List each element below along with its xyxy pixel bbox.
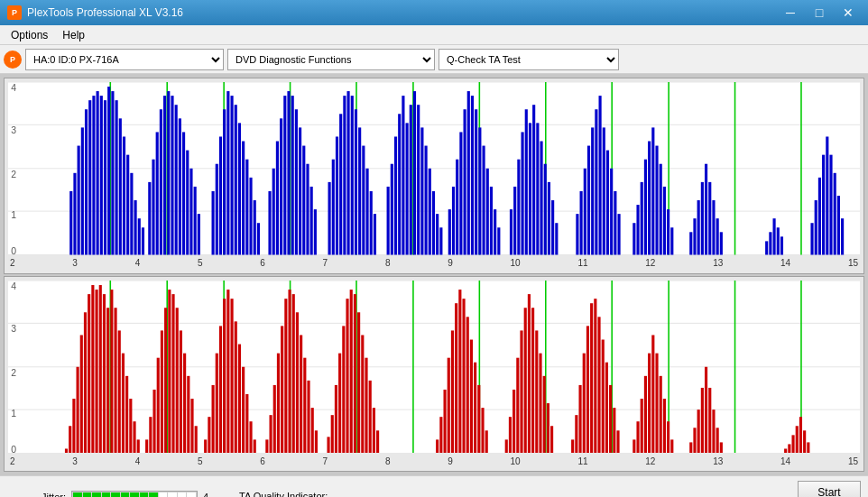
svg-rect-329 bbox=[663, 399, 666, 453]
svg-rect-115 bbox=[467, 91, 470, 254]
svg-rect-221 bbox=[125, 375, 128, 453]
svg-rect-229 bbox=[161, 330, 163, 453]
drive-select[interactable]: HA:0 ID:0 PX-716A bbox=[25, 49, 224, 70]
jitter-seg-2 bbox=[83, 492, 92, 497]
svg-rect-59 bbox=[223, 109, 226, 254]
metrics-section: Jitter: 4 Peak Shift: bbox=[7, 491, 221, 497]
svg-rect-257 bbox=[281, 326, 283, 453]
menu-help[interactable]: Help bbox=[55, 27, 92, 43]
svg-rect-309 bbox=[575, 415, 577, 453]
svg-rect-270 bbox=[338, 353, 341, 453]
svg-rect-207 bbox=[72, 399, 75, 453]
svg-rect-300 bbox=[524, 308, 527, 453]
svg-rect-136 bbox=[555, 223, 558, 254]
svg-rect-75 bbox=[291, 96, 294, 254]
svg-rect-143 bbox=[599, 96, 602, 254]
svg-rect-310 bbox=[578, 384, 581, 453]
svg-rect-209 bbox=[80, 335, 83, 453]
svg-rect-279 bbox=[373, 408, 375, 453]
svg-rect-293 bbox=[481, 408, 484, 453]
svg-rect-114 bbox=[464, 109, 466, 254]
svg-rect-142 bbox=[595, 109, 597, 254]
svg-rect-67 bbox=[254, 200, 256, 254]
svg-rect-74 bbox=[287, 91, 290, 254]
svg-rect-110 bbox=[448, 209, 451, 254]
svg-rect-128 bbox=[525, 109, 528, 254]
minimize-button[interactable]: ─ bbox=[778, 4, 803, 22]
svg-rect-261 bbox=[296, 312, 299, 453]
svg-rect-306 bbox=[547, 403, 549, 453]
svg-rect-312 bbox=[586, 326, 589, 453]
svg-rect-174 bbox=[810, 223, 813, 254]
svg-rect-79 bbox=[306, 164, 309, 255]
drive-icon: P bbox=[4, 51, 22, 69]
svg-rect-126 bbox=[517, 160, 520, 255]
svg-rect-162 bbox=[697, 200, 700, 254]
ta-quality-label: TA Quality Indicator: bbox=[239, 491, 328, 497]
upper-x-labels: 2 3 4 5 6 7 8 9 10 11 12 13 14 15 bbox=[8, 258, 860, 268]
svg-rect-31 bbox=[104, 100, 106, 254]
svg-text:3: 3 bbox=[11, 324, 16, 334]
svg-rect-120 bbox=[486, 169, 489, 255]
menu-options[interactable]: Options bbox=[4, 27, 55, 43]
svg-rect-337 bbox=[708, 387, 711, 453]
svg-rect-52 bbox=[186, 151, 189, 255]
svg-rect-97 bbox=[394, 136, 397, 254]
svg-rect-247 bbox=[235, 321, 237, 453]
svg-rect-216 bbox=[106, 308, 109, 453]
function-select[interactable]: DVD Diagnostic Functions bbox=[227, 49, 435, 70]
svg-rect-106 bbox=[429, 169, 431, 255]
svg-rect-325 bbox=[648, 353, 651, 453]
svg-rect-65 bbox=[245, 160, 248, 255]
svg-rect-23 bbox=[73, 173, 76, 255]
svg-rect-241 bbox=[212, 384, 215, 453]
svg-rect-89 bbox=[355, 109, 357, 254]
svg-rect-135 bbox=[551, 200, 554, 254]
restore-button[interactable]: □ bbox=[807, 4, 832, 22]
svg-rect-271 bbox=[342, 326, 345, 453]
svg-rect-214 bbox=[99, 285, 102, 453]
menu-bar: Options Help bbox=[0, 25, 868, 45]
svg-rect-173 bbox=[780, 236, 783, 254]
lower-x-labels: 2 3 4 5 6 7 8 9 10 11 12 13 14 15 bbox=[8, 456, 860, 466]
svg-rect-249 bbox=[242, 366, 245, 453]
svg-text:0: 0 bbox=[11, 247, 16, 255]
svg-rect-298 bbox=[516, 357, 519, 453]
svg-rect-268 bbox=[331, 415, 334, 453]
svg-rect-244 bbox=[223, 299, 226, 453]
svg-rect-307 bbox=[550, 426, 553, 453]
svg-rect-254 bbox=[269, 415, 272, 453]
svg-rect-150 bbox=[636, 205, 639, 254]
svg-rect-39 bbox=[134, 200, 137, 254]
svg-rect-53 bbox=[189, 169, 192, 255]
svg-rect-153 bbox=[648, 142, 651, 255]
svg-rect-165 bbox=[708, 182, 711, 255]
svg-rect-264 bbox=[307, 380, 309, 453]
svg-rect-259 bbox=[288, 290, 291, 453]
svg-rect-139 bbox=[584, 169, 586, 255]
svg-rect-124 bbox=[510, 209, 512, 254]
svg-rect-81 bbox=[314, 209, 317, 254]
svg-rect-84 bbox=[336, 136, 338, 254]
svg-text:1: 1 bbox=[11, 210, 16, 220]
svg-rect-144 bbox=[603, 127, 605, 254]
close-button[interactable]: ✕ bbox=[836, 4, 861, 22]
svg-rect-32 bbox=[107, 87, 110, 254]
svg-rect-117 bbox=[475, 109, 477, 254]
svg-rect-61 bbox=[230, 96, 233, 254]
svg-rect-318 bbox=[609, 384, 612, 453]
svg-rect-235 bbox=[183, 353, 186, 453]
svg-rect-158 bbox=[667, 209, 669, 254]
mode-select[interactable]: Q-Check TA Test bbox=[439, 49, 619, 70]
svg-rect-316 bbox=[602, 339, 605, 453]
svg-rect-319 bbox=[613, 408, 615, 453]
svg-rect-156 bbox=[660, 164, 662, 255]
svg-rect-116 bbox=[471, 96, 474, 254]
jitter-seg-12 bbox=[178, 492, 187, 497]
svg-rect-33 bbox=[111, 91, 114, 254]
start-button[interactable]: Start bbox=[798, 481, 861, 497]
svg-rect-338 bbox=[712, 410, 715, 453]
svg-rect-253 bbox=[265, 439, 268, 453]
svg-rect-76 bbox=[295, 109, 298, 254]
svg-rect-224 bbox=[137, 439, 140, 453]
